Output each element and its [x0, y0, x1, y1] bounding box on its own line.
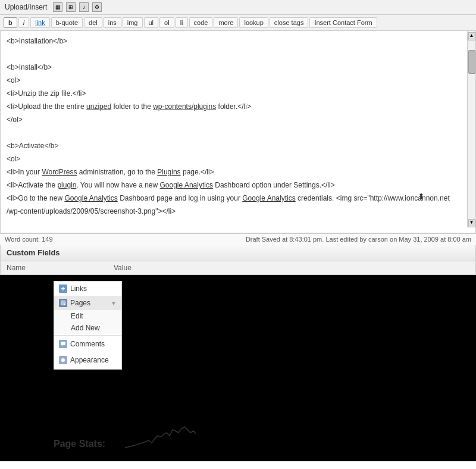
links-icon [59, 284, 67, 293]
ins-button[interactable]: ins [104, 17, 121, 28]
li-button[interactable]: li [176, 17, 188, 28]
sidebar-submenu-pages: Edit Add New [54, 310, 121, 334]
video-upload-icon[interactable]: ⚙ [92, 2, 102, 12]
img-button[interactable]: img [123, 17, 143, 28]
upload-bar-title: Upload/Insert [5, 3, 47, 11]
del-button[interactable]: del [84, 17, 102, 28]
close-tags-button[interactable]: close tags [270, 17, 309, 28]
svg-rect-1 [61, 342, 65, 345]
audio-upload-icon[interactable]: ♪ [79, 2, 89, 12]
name-column-header: Name [7, 264, 102, 272]
appearance-label: Appearance [70, 356, 109, 364]
svg-point-2 [61, 358, 65, 362]
bottom-area: Links Pages ▼ Edit Add New Comments [0, 275, 476, 461]
pages-arrow-icon: ▼ [111, 300, 117, 307]
custom-fields-columns: Name Value [0, 261, 476, 275]
sidebar-item-links[interactable]: Links [54, 282, 121, 296]
editor-area[interactable]: <b>Installation</b> <b>Install</b> <ol> … [0, 31, 476, 233]
value-column-header: Value [114, 264, 469, 272]
gallery-upload-icon[interactable]: ⊞ [66, 2, 76, 12]
pages-icon [59, 299, 67, 307]
links-label: Links [70, 284, 87, 293]
insert-contact-form-button[interactable]: Insert Contact Form [309, 17, 377, 28]
comments-icon [59, 340, 67, 348]
page-stats-bottom-label: Page Stats: [54, 439, 105, 449]
editor-toolbar: b i link b-quote del ins img ul ol li co… [0, 15, 476, 31]
draft-status: Draft Saved at 8:43:01 pm. Last edited b… [246, 236, 471, 243]
italic-button[interactable]: i [18, 17, 29, 28]
sidebar-item-pages[interactable]: Pages ▼ [54, 296, 121, 310]
upload-bar: Upload/Insert ▦ ⊞ ♪ ⚙ [0, 0, 476, 15]
link-button[interactable]: link [30, 17, 50, 28]
sidebar-divider-1 [54, 335, 121, 336]
sidebar-submenu-add-new[interactable]: Add New [66, 322, 121, 334]
editor-content[interactable]: <b>Installation</b> <b>Install</b> <ol> … [1, 31, 475, 221]
custom-fields-header: Custom Fields [0, 245, 476, 261]
bquote-button[interactable]: b-quote [51, 17, 83, 28]
comments-label: Comments [70, 340, 105, 348]
more-button[interactable]: more [214, 17, 238, 28]
pages-label: Pages [70, 299, 90, 307]
sparkline-chart [125, 418, 196, 455]
sidebar-submenu-edit[interactable]: Edit [66, 310, 121, 322]
bold-button[interactable]: b [4, 17, 17, 28]
sidebar-popup: Links Pages ▼ Edit Add New Comments [54, 281, 122, 370]
word-count: Word count: 149 [5, 236, 53, 243]
cursor: ⬆ [418, 192, 425, 201]
sidebar-item-comments[interactable]: Comments [54, 337, 121, 351]
ul-button[interactable]: ul [144, 17, 159, 28]
code-button[interactable]: code [189, 17, 213, 28]
lookup-button[interactable]: lookup [239, 17, 268, 28]
ol-button[interactable]: ol [159, 17, 174, 28]
image-upload-icon[interactable]: ▦ [53, 2, 62, 12]
scrollbar-thumb[interactable] [468, 50, 475, 74]
editor-scrollbar[interactable]: ▲ ▼ [467, 31, 475, 227]
appearance-icon [59, 356, 67, 364]
status-bar: Word count: 149 Draft Saved at 8:43:01 p… [0, 233, 476, 245]
sidebar-item-appearance[interactable]: Appearance [54, 351, 121, 369]
